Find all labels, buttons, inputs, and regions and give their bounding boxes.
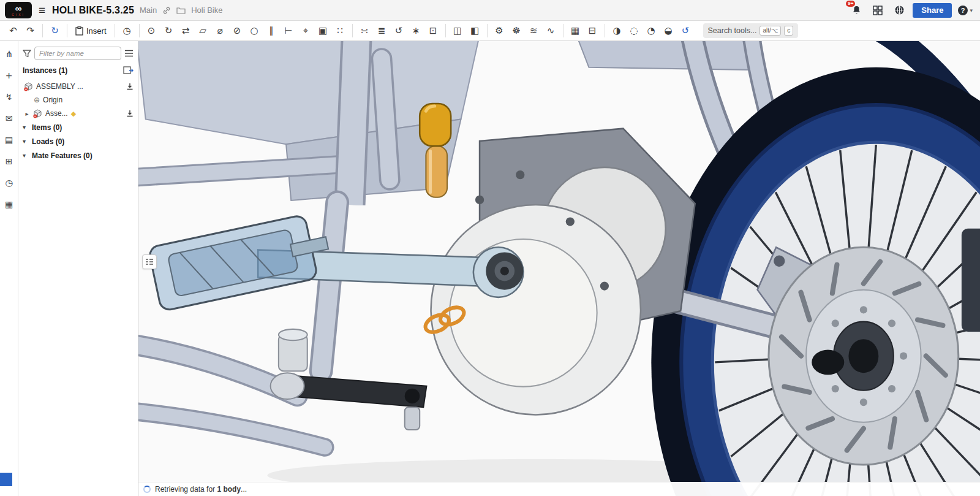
isolate-icon[interactable]: ◌ (626, 23, 643, 39)
share-button[interactable]: Share (913, 3, 952, 18)
toolbar-separator (487, 24, 488, 37)
branch-label[interactable]: Main (140, 6, 157, 15)
named-positions-icon[interactable]: ◫ (450, 23, 466, 39)
folder-icon (176, 7, 186, 14)
tree-row-subassembly[interactable]: ▸ Asse... ◆ (23, 107, 134, 120)
display-states-icon[interactable]: ◧ (467, 23, 483, 39)
mate-connector-icon[interactable]: ⌖ (298, 23, 314, 39)
link-icon[interactable] (162, 6, 171, 15)
notifications-bell-icon[interactable]: 9+ (848, 2, 864, 18)
insert-label: Insert (86, 26, 107, 36)
toolbar-separator (352, 24, 353, 37)
filter-funnel-icon[interactable] (23, 50, 31, 58)
chevron-down-icon: ▾ (23, 138, 29, 145)
expand-chevron-icon[interactable]: ▸ (24, 110, 30, 117)
undo-icon[interactable]: ↶ (5, 23, 21, 39)
subassembly-label: Asse... (45, 109, 68, 118)
replicate-icon[interactable]: ∺ (356, 23, 373, 39)
section-items[interactable]: ▾ Items (0) (23, 120, 134, 134)
assembly-structure-panel: Instances (1) ASSEMBLY ... ⊕ Origin (18, 41, 138, 496)
project-name[interactable]: Holi Bike (191, 6, 222, 15)
follow-mode-icon[interactable]: + (2, 69, 16, 82)
app-grid-icon[interactable] (870, 2, 886, 18)
slider-mate-icon[interactable]: ⇄ (178, 23, 194, 39)
snapshot-icon[interactable]: ⊡ (425, 23, 442, 39)
parts-list-icon[interactable]: ⊞ (2, 155, 16, 168)
bom-table-icon[interactable]: ▦ (567, 23, 584, 39)
status-message: Retrieving data for 1 body... (155, 485, 247, 494)
download-state-icon[interactable] (126, 83, 134, 90)
help-menu[interactable]: ? ▾ (957, 5, 973, 16)
curvature-display-icon[interactable]: ↺ (677, 23, 694, 39)
rack-and-pinion-relation-icon[interactable]: ☸ (508, 23, 525, 39)
history-icon[interactable]: ◷ (2, 176, 16, 189)
toolbar-separator (605, 24, 605, 37)
gear-relation-icon[interactable]: ⚙ (491, 23, 508, 39)
infinity-logo-icon: ∞ (15, 4, 22, 13)
linear-pattern-icon[interactable]: ≣ (374, 23, 390, 39)
section-view-icon[interactable]: ◑ (609, 23, 625, 39)
tool-icons-strip: ◷⊙↻⇄▱⌀⊘○∥⊢⌖▣∷∺≣↺∗⊡◫◧⚙☸≋∿▦⊟◑◌◔◒↺ (119, 23, 694, 39)
revolute-mate-icon[interactable]: ↻ (160, 23, 177, 39)
fastened-mate-icon[interactable]: ⊙ (143, 23, 160, 39)
update-sync-icon[interactable]: ↻ (47, 23, 63, 39)
assembly-icon (24, 82, 33, 91)
shortcut-key-alt: alt/⌥ (760, 26, 781, 36)
search-tools-box[interactable]: Search tools... alt/⌥ c (703, 23, 799, 38)
loads-section-label: Loads (0) (32, 137, 64, 146)
circular-pattern-icon[interactable]: ↺ (391, 23, 407, 39)
feedback-corner-button[interactable] (0, 473, 12, 486)
simulation-icon[interactable]: ↯ (2, 90, 16, 104)
toolbar-separator (563, 24, 564, 37)
redo-icon[interactable]: ↷ (22, 23, 39, 39)
chevron-down-icon: ▾ (23, 152, 29, 159)
belt-relation-icon[interactable]: ∿ (543, 23, 559, 39)
parallel-mate-icon[interactable]: ∥ (263, 23, 280, 39)
explode-view-icon[interactable]: ∗ (408, 23, 424, 39)
origin-label: Origin (43, 96, 134, 104)
toolbar-separator (445, 24, 446, 37)
mate-relation-icon[interactable]: ∷ (332, 23, 349, 39)
group-icon[interactable]: ▣ (315, 23, 331, 39)
tables-icon[interactable]: ▦ (2, 197, 16, 211)
brake-rotor[interactable] (769, 247, 959, 465)
filter-input[interactable] (34, 47, 121, 60)
toolbar-separator (42, 24, 43, 37)
cad-scene[interactable] (138, 41, 980, 496)
cad-viewport[interactable]: Retrieving data for 1 body... (138, 41, 980, 496)
toolbar-separator (115, 24, 115, 37)
insert-instance-icon[interactable] (123, 66, 134, 75)
screw-relation-icon[interactable]: ≋ (526, 23, 542, 39)
tree-row-assembly[interactable]: ASSEMBLY ... (23, 80, 134, 93)
hide-others-icon[interactable]: ◔ (643, 23, 660, 39)
planar-mate-icon[interactable]: ▱ (195, 23, 211, 39)
version-diamond-icon: ◆ (71, 110, 76, 118)
items-section-label: Items (0) (32, 123, 62, 132)
tangent-mate-icon[interactable]: ⊢ (281, 23, 297, 39)
instances-header: Instances (1) (23, 66, 67, 75)
clipboard-icon (75, 26, 83, 36)
globe-icon[interactable] (891, 2, 907, 18)
help-icon: ? (957, 5, 968, 16)
tree-row-origin[interactable]: ⊕ Origin (23, 93, 134, 107)
ball-mate-icon[interactable]: ○ (246, 23, 263, 39)
release-notes-icon[interactable]: ▤ (2, 133, 16, 147)
history-icon[interactable]: ◷ (119, 23, 135, 39)
left-icon-rail: ⋔+↯✉▤⊞◷▦ (0, 41, 18, 496)
assembly-structure-icon[interactable]: ⋔ (2, 47, 16, 61)
svg-text:?: ? (961, 7, 965, 14)
measure-icon[interactable]: ⊟ (584, 23, 601, 39)
download-state-icon[interactable] (126, 110, 134, 117)
cylindrical-mate-icon[interactable]: ⌀ (212, 23, 228, 39)
list-view-icon[interactable] (124, 50, 134, 57)
section-mate-features[interactable]: ▾ Mate Features (0) (23, 148, 134, 162)
structure-tree-handle-button[interactable] (142, 254, 157, 269)
comments-icon[interactable]: ✉ (2, 112, 16, 125)
section-loads[interactable]: ▾ Loads (0) (23, 134, 134, 148)
transparency-icon[interactable]: ◒ (660, 23, 677, 39)
main-menu-icon[interactable]: ≡ (37, 4, 47, 17)
notification-badge: 9+ (846, 1, 855, 7)
pin-slot-mate-icon[interactable]: ⊘ (229, 23, 246, 39)
cixi-logo[interactable]: ∞ CIXI (5, 2, 32, 18)
insert-button[interactable]: Insert (71, 23, 111, 39)
